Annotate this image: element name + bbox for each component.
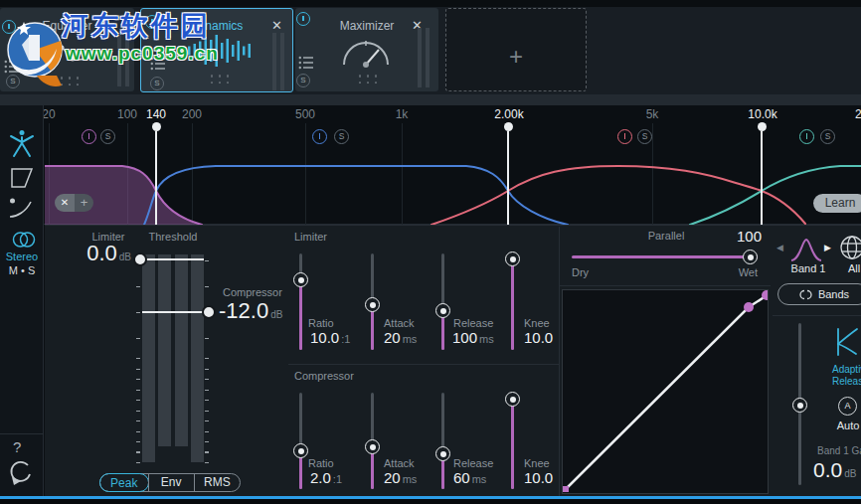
- auto-gain-button[interactable]: A: [838, 397, 857, 416]
- crossover-handle[interactable]: [758, 122, 767, 131]
- crossover-handle[interactable]: [152, 122, 161, 131]
- assistant-icon[interactable]: [7, 128, 37, 158]
- stereo-mode-label[interactable]: Stereo: [0, 251, 44, 262]
- add-icon[interactable]: +: [446, 43, 586, 71]
- link-bands-button[interactable]: Bands: [777, 283, 861, 305]
- module-meter: [280, 33, 284, 90]
- divider: [45, 225, 861, 226]
- dry-wet-handle[interactable]: [743, 250, 758, 264]
- freq-tick: 1k: [396, 107, 409, 121]
- limiter-ratio-slider[interactable]: [292, 253, 309, 350]
- slider-value: 60ms: [453, 469, 486, 486]
- band3-power-icon[interactable]: [617, 129, 632, 144]
- slider-label: Release: [453, 457, 493, 469]
- compressor-ratio-slider[interactable]: [292, 393, 309, 489]
- soft-knee-curve-icon[interactable]: [8, 195, 34, 221]
- slider-label: Attack: [384, 457, 415, 469]
- adaptive-release-icon[interactable]: [832, 326, 860, 358]
- preset-list-icon[interactable]: [298, 55, 314, 70]
- module-meter: [272, 33, 276, 90]
- band2-solo-icon[interactable]: S: [334, 129, 349, 144]
- slider-value: 2.0:1: [310, 469, 342, 486]
- band4-solo-icon[interactable]: S: [820, 129, 835, 144]
- slider-label: Ratio: [308, 457, 334, 469]
- meter-ticks: [136, 260, 140, 358]
- band-gain-value[interactable]: 0.0 dB: [813, 458, 856, 482]
- band1-power-icon[interactable]: [82, 129, 96, 144]
- remove-band-icon[interactable]: ✕: [55, 194, 75, 212]
- learn-button[interactable]: Learn: [813, 194, 861, 213]
- crossover-line-2k[interactable]: [507, 131, 509, 225]
- undo-history-icon[interactable]: [8, 458, 32, 485]
- crossover-handle[interactable]: [504, 122, 513, 131]
- band3-solo-icon[interactable]: S: [637, 129, 652, 144]
- band2-power-icon[interactable]: [312, 129, 327, 144]
- freq-tick: 500: [295, 107, 315, 121]
- add-module-slot[interactable]: +: [445, 8, 587, 91]
- band4-power-icon[interactable]: [799, 129, 814, 144]
- limiter-threshold-value[interactable]: 0.0 dB: [52, 241, 131, 266]
- help-button[interactable]: ?: [13, 438, 21, 455]
- compressor-threshold-line[interactable]: [142, 311, 204, 313]
- limiter-knee-slider[interactable]: [504, 253, 521, 350]
- bands-button-label: Bands: [818, 288, 849, 300]
- compressor-release-slider[interactable]: [434, 393, 451, 489]
- add-band-icon[interactable]: +: [75, 194, 93, 212]
- detection-mode-rms[interactable]: RMS: [194, 474, 240, 491]
- band-prev-arrow[interactable]: ◀: [776, 243, 783, 252]
- stereo-circles-icon[interactable]: [11, 229, 37, 251]
- drag-handle-dots[interactable]: [207, 72, 229, 84]
- detection-mode-env[interactable]: Env: [148, 474, 194, 491]
- detection-mode-group: Peak Env RMS: [99, 473, 241, 492]
- band1-solo-icon[interactable]: S: [100, 129, 115, 144]
- band-selector-label[interactable]: Band 1: [787, 262, 829, 274]
- detection-mode-peak[interactable]: Peak: [99, 473, 149, 492]
- slider-value: 10.0: [524, 469, 555, 486]
- watermark-logo: [7, 13, 65, 94]
- crossover-line-140[interactable]: [155, 131, 157, 225]
- limiter-attack-slider[interactable]: [364, 253, 381, 350]
- module-meter: [418, 28, 422, 87]
- slider-label: Knee: [524, 317, 550, 329]
- limiter-threshold-line[interactable]: [140, 258, 204, 260]
- module-card-maximizer[interactable]: Maximizer ✕ S: [295, 8, 438, 91]
- link-icon: [797, 289, 813, 300]
- left-toolbar: [0, 105, 44, 496]
- close-icon[interactable]: ✕: [271, 18, 282, 33]
- all-bands-label[interactable]: All: [841, 262, 861, 274]
- freq-crossover-value[interactable]: 140: [146, 107, 166, 121]
- adaptive-release-label[interactable]: Adaptive Release: [832, 364, 861, 388]
- band-curve-icon[interactable]: [789, 235, 823, 262]
- freq-tick: 5k: [646, 107, 659, 121]
- solo-icon[interactable]: S: [150, 77, 164, 90]
- drag-handle-dots[interactable]: [355, 72, 377, 84]
- compressor-threshold-handle[interactable]: [202, 305, 216, 319]
- band-gain-handle[interactable]: [792, 398, 807, 413]
- compressor-attack-slider[interactable]: [364, 393, 381, 489]
- freq-crossover-value[interactable]: 2.00k: [494, 107, 523, 121]
- gate-shape-icon[interactable]: [10, 166, 34, 190]
- crossover-line-10k[interactable]: [761, 131, 763, 225]
- transfer-curve-graph[interactable]: [562, 289, 769, 494]
- all-bands-globe-icon[interactable]: [839, 235, 861, 262]
- slider-label: Release: [453, 317, 493, 329]
- compressor-threshold-label: Compressor: [223, 286, 282, 298]
- divider: [0, 433, 44, 434]
- watermark-url: www.pc0359.cn: [66, 43, 219, 65]
- parallel-value[interactable]: 100: [726, 228, 762, 245]
- compressor-knee-slider[interactable]: [504, 393, 521, 489]
- limiter-release-slider[interactable]: [434, 253, 451, 350]
- slider-label: Attack: [384, 317, 415, 329]
- titlebar-strip: [0, 0, 861, 7]
- divider: [559, 285, 771, 286]
- limiter-threshold-handle[interactable]: [133, 252, 147, 266]
- compressor-section-title: Compressor: [294, 370, 354, 382]
- freq-crossover-value[interactable]: 10.0k: [748, 107, 776, 121]
- watermark-text: 河东软件园: [62, 8, 211, 44]
- dry-wet-slider[interactable]: [572, 255, 758, 258]
- band-next-arrow[interactable]: ▶: [824, 243, 831, 252]
- slider-label: Ratio: [308, 317, 334, 329]
- mid-side-toggle[interactable]: M • S: [0, 264, 44, 276]
- compressor-threshold-value[interactable]: -12.0 dB: [219, 298, 282, 324]
- solo-icon[interactable]: S: [296, 74, 310, 87]
